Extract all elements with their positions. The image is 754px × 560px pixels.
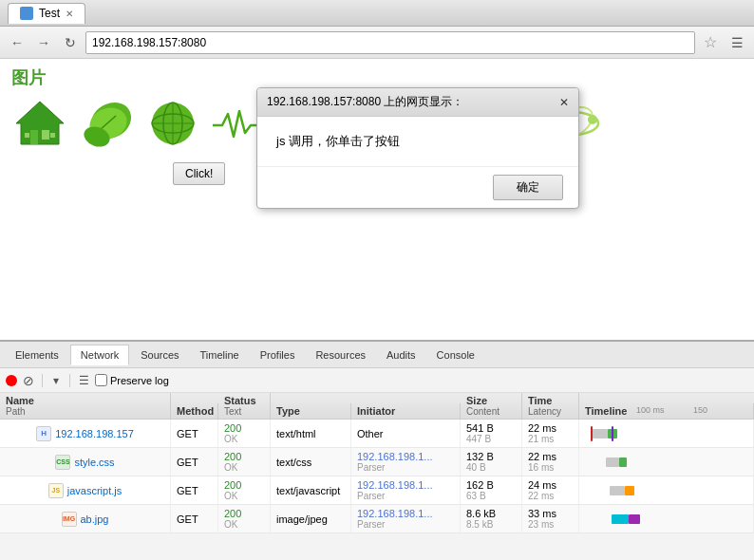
browser-tab[interactable]: Test ✕ (8, 3, 85, 24)
browser-toolbar: ← → ↻ ☆ ☰ (0, 27, 754, 59)
file-icon-html: H (36, 426, 51, 441)
tab-close-button[interactable]: ✕ (66, 9, 73, 19)
browser-titlebar: Test ✕ (0, 0, 754, 27)
td-time-1: 22 ms 16 ms (522, 448, 579, 476)
td-initiator-3: 192.168.198.1... Parser (351, 505, 461, 532)
td-status-0: 200 OK (218, 420, 271, 447)
toolbar-separator (42, 374, 43, 387)
tab-elements[interactable]: Elements (6, 345, 68, 364)
table-body: H 192.168.198.157 GET 200 OK text/html O… (0, 420, 754, 533)
timeline-purple-bar (612, 426, 613, 441)
tab-title: Test (39, 7, 60, 20)
tab-favicon (20, 7, 33, 20)
menu-button[interactable]: ☰ (726, 31, 748, 54)
table-row[interactable]: JS javascript.js GET 200 OK text/javascr… (0, 476, 754, 505)
td-name-2: JS javascript.js (0, 476, 171, 504)
file-icon-img: IMG (62, 512, 77, 527)
modal-footer: 确定 (257, 166, 578, 208)
modal-title: 192.168.198.157:8080 上的网页显示： (267, 94, 463, 110)
td-time-3: 33 ms 23 ms (522, 505, 579, 532)
table-row[interactable]: CSS style.css GET 200 OK text/css 192.16… (0, 448, 754, 476)
td-initiator-0: Other (351, 420, 461, 447)
modal-ok-button[interactable]: 确定 (493, 175, 563, 200)
th-initiator: Initiator (351, 403, 461, 419)
file-icon-js: JS (48, 483, 64, 498)
tab-profiles[interactable]: Profiles (251, 345, 305, 364)
timeline-waiting-bar (610, 486, 625, 495)
network-table: Name Path Method Status Text Type Initia… (0, 393, 754, 560)
td-method-3: GET (171, 505, 218, 532)
td-time-0: 22 ms 21 ms (522, 420, 579, 447)
devtools-panel: Elements Network Sources Timeline Profil… (0, 340, 754, 560)
record-button[interactable] (6, 375, 17, 386)
td-method-2: GET (171, 476, 218, 504)
browser-content: 图片 (0, 59, 754, 340)
timeline-waiting-bar (606, 457, 619, 467)
td-size-3: 8.6 kB 8.5 kB (461, 505, 522, 532)
tab-audits[interactable]: Audits (377, 345, 425, 364)
th-time: Time Latency (522, 393, 579, 419)
bookmark-button[interactable]: ☆ (699, 31, 722, 54)
th-timeline: Timeline 100 ms 150 (579, 403, 754, 419)
td-type-0: text/html (271, 420, 351, 447)
td-method-1: GET (171, 448, 218, 476)
devtools-tabs: Elements Network Sources Timeline Profil… (0, 342, 754, 368)
tab-network[interactable]: Network (70, 345, 129, 365)
td-status-1: 200 OK (218, 448, 271, 476)
modal-overlay: 192.168.198.157:8080 上的网页显示： ✕ js 调用，你单击… (0, 59, 754, 340)
timeline-purple-bar (629, 514, 640, 524)
td-status-3: 200 OK (218, 505, 271, 532)
th-status: Status Text (218, 393, 271, 419)
list-button[interactable]: ☰ (76, 373, 91, 388)
td-initiator-1: 192.168.198.1... Parser (351, 448, 461, 476)
tab-timeline[interactable]: Timeline (191, 345, 249, 364)
filter-button[interactable]: ▾ (48, 373, 64, 388)
timeline-recv-bar (619, 457, 627, 467)
forward-button[interactable]: → (32, 31, 55, 54)
table-row[interactable]: H 192.168.198.157 GET 200 OK text/html O… (0, 420, 754, 448)
back-button[interactable]: ← (6, 31, 28, 54)
th-method: Method (171, 403, 218, 419)
th-name: Name Path (0, 393, 171, 419)
preserve-log-label: Preserve log (110, 375, 169, 386)
td-type-1: text/css (271, 448, 351, 476)
timeline-orange-bar (625, 486, 634, 495)
toolbar-separator2 (69, 374, 70, 387)
preserve-log-checkbox[interactable] (95, 374, 107, 386)
td-name-3: IMG ab.jpg (0, 505, 171, 532)
td-size-2: 162 B 63 B (461, 476, 522, 504)
modal-dialog: 192.168.198.157:8080 上的网页显示： ✕ js 调用，你单击… (256, 87, 579, 209)
reload-button[interactable]: ↻ (59, 31, 82, 54)
td-status-2: 200 OK (218, 476, 271, 504)
table-row[interactable]: IMG ab.jpg GET 200 OK image/jpeg 192.168… (0, 505, 754, 533)
th-size: Size Content (461, 393, 522, 419)
td-size-0: 541 B 447 B (461, 420, 522, 447)
address-bar[interactable] (85, 31, 695, 54)
clear-button[interactable]: ⊘ (21, 373, 36, 388)
timeline-vline-bar (591, 426, 593, 441)
td-type-2: text/javascript (271, 476, 351, 504)
td-timeline-2 (579, 476, 754, 504)
td-timeline-3 (579, 505, 754, 532)
file-icon-css: CSS (55, 455, 70, 470)
modal-close-button[interactable]: ✕ (559, 96, 569, 109)
timeline-cyan-bar (612, 514, 629, 524)
devtools-toolbar: ⊘ ▾ ☰ Preserve log (0, 368, 754, 393)
modal-message: js 调用，你单击了按钮 (276, 134, 400, 148)
td-name-1: CSS style.css (0, 448, 171, 476)
td-timeline-0 (579, 420, 754, 447)
td-name-0: H 192.168.198.157 (0, 420, 171, 447)
th-type: Type (271, 403, 351, 419)
tab-resources[interactable]: Resources (306, 345, 375, 364)
table-header: Name Path Method Status Text Type Initia… (0, 393, 754, 420)
td-initiator-2: 192.168.198.1... Parser (351, 476, 461, 504)
td-method-0: GET (171, 420, 218, 447)
tab-console[interactable]: Console (427, 345, 484, 364)
modal-body: js 调用，你单击了按钮 (257, 117, 578, 166)
td-timeline-1 (579, 448, 754, 476)
preserve-log-container: Preserve log (95, 374, 169, 386)
timeline-waiting-bar (593, 429, 608, 439)
td-time-2: 24 ms 22 ms (522, 476, 579, 504)
timeline-100ms-label: 100 ms (636, 405, 665, 415)
tab-sources[interactable]: Sources (131, 345, 188, 364)
